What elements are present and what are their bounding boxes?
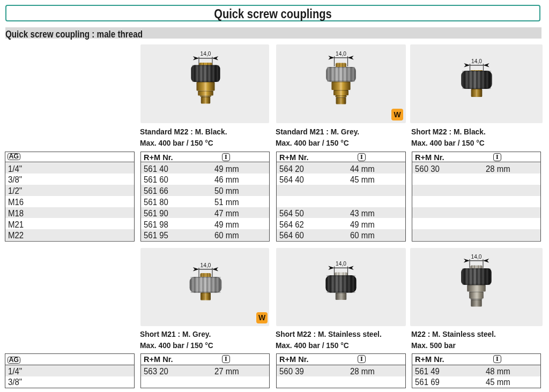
svg-text:14,0: 14,0 <box>336 51 346 57</box>
svg-text:14,0: 14,0 <box>201 262 211 268</box>
svg-text:14,0: 14,0 <box>336 261 346 267</box>
svg-text:14,0: 14,0 <box>471 58 482 64</box>
svg-text:14,0: 14,0 <box>201 51 211 57</box>
svg-text:14,0: 14,0 <box>471 254 482 260</box>
